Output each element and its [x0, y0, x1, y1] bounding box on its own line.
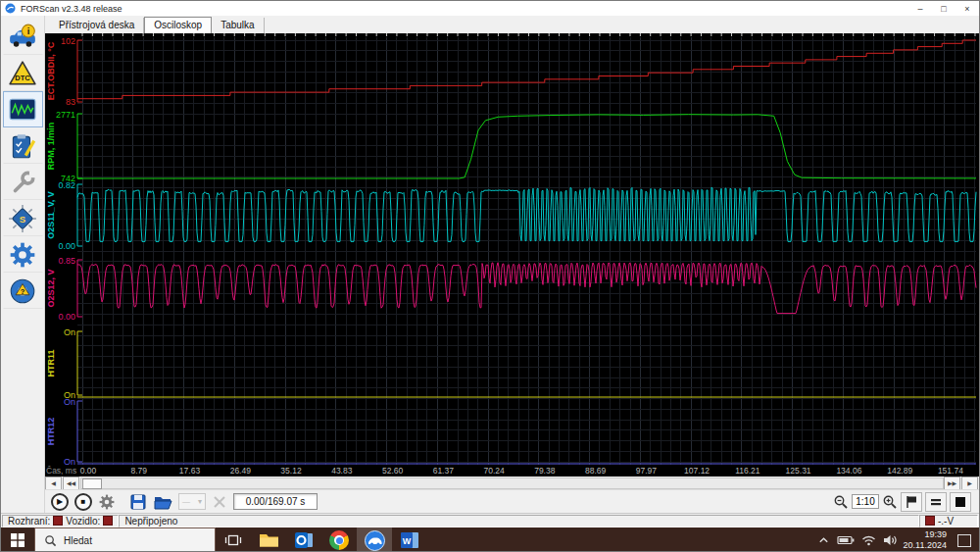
gear-icon — [8, 240, 37, 270]
zoom-controls: 1:10 — [833, 492, 979, 512]
stop-button[interactable]: ■ — [74, 493, 92, 511]
scale-max-ect: 102 — [61, 36, 75, 46]
car-info-icon: i — [8, 23, 37, 52]
clock-time: 19:39 — [924, 529, 947, 539]
taskbar-word[interactable]: W — [392, 527, 427, 552]
vehicle-label: Vozidlo: — [66, 516, 100, 527]
outlook-icon — [294, 530, 314, 550]
forscan-window: FORScan v2.3.48 release – □ × i DTC S — [0, 0, 980, 552]
x-tick-label: 116.21 — [735, 466, 760, 476]
zoom-in-button[interactable] — [882, 494, 898, 510]
channel-name-rpm: RPM, 1/min — [46, 123, 56, 171]
stop-icon: ■ — [81, 497, 86, 506]
cursor-voltage-value: -.-V — [938, 516, 954, 527]
taskbar-chrome[interactable] — [321, 527, 357, 552]
zoom-in-icon — [882, 494, 898, 510]
forscan-taskbar-icon — [365, 530, 385, 551]
flag-icon — [904, 494, 919, 510]
taskbar-outlook[interactable] — [286, 527, 321, 552]
x-tick-label: 107.12 — [684, 466, 710, 476]
folder-icon — [259, 531, 279, 549]
search-icon — [44, 534, 57, 547]
svg-text:W: W — [403, 536, 412, 546]
time-scrollbar: ◀ ◀◀ ▶▶ ▶ — [45, 477, 979, 489]
zoom-ratio-display: 1:10 — [852, 494, 879, 509]
scroll-thumb[interactable] — [82, 478, 102, 489]
time-position-display: 0.00/169.07 s — [233, 493, 318, 510]
help-wheel-icon: ? — [8, 276, 37, 306]
tray-chevron-up-icon[interactable] — [817, 534, 830, 546]
axis-bracket-htr12 — [77, 401, 82, 462]
sidebar-item-dtc[interactable]: DTC — [3, 55, 43, 91]
x-tick-label: 88.69 — [585, 466, 607, 476]
tab-osciloskop[interactable]: Osciloskop — [144, 17, 212, 33]
tab-tabulka[interactable]: Tabulka — [212, 18, 264, 33]
x-tick-label: 0.00 — [80, 466, 97, 476]
titlebar: FORScan v2.3.48 release – □ × — [1, 1, 979, 17]
scroll-far-right-button[interactable]: ▶▶ — [944, 477, 960, 490]
gear-small-icon — [98, 493, 116, 511]
x-tick-label: 35.12 — [280, 466, 302, 476]
marker-button[interactable] — [901, 492, 922, 512]
transport-toolbar: ▶ ■ —▾ 0.00/169.07 s 1:10 — [45, 489, 979, 513]
clear-x-icon — [212, 494, 227, 510]
zoom-out-icon — [833, 494, 849, 510]
minimize-button[interactable]: – — [908, 1, 932, 16]
scroll-far-left-button[interactable]: ◀◀ — [63, 477, 79, 490]
sidebar-item-vehicle-info[interactable]: i — [3, 19, 43, 55]
close-button[interactable]: × — [956, 1, 979, 16]
sidebar-item-oscilloscope[interactable] — [3, 91, 43, 127]
taskbar-forscan[interactable] — [357, 527, 392, 552]
open-button[interactable] — [153, 493, 172, 511]
taskbar-task-view[interactable] — [216, 527, 251, 552]
sidebar-item-programming[interactable]: S — [3, 200, 43, 236]
wrench-icon — [8, 168, 37, 197]
play-button[interactable]: ▶ — [51, 493, 69, 511]
x-tick-label: 26.49 — [230, 466, 252, 476]
svg-text:DTC: DTC — [15, 73, 30, 81]
interface-label: Rozhraní: — [8, 516, 50, 527]
interface-status-led — [53, 516, 63, 526]
clock-date: 20.11.2024 — [904, 540, 947, 550]
scroll-track[interactable] — [80, 477, 944, 489]
save-button[interactable] — [129, 493, 147, 511]
signal-select-dropdown[interactable]: —▾ — [178, 493, 206, 510]
window-title: FORScan v2.3.48 release — [21, 4, 122, 14]
sidebar-item-settings[interactable] — [3, 236, 43, 273]
x-tick-label: 79.38 — [534, 466, 556, 476]
tab-pristrojova-deska[interactable]: Přístrojová deska — [50, 18, 144, 33]
svg-text:?: ? — [21, 286, 25, 295]
notification-center-icon[interactable] — [957, 534, 971, 547]
taskbar-clock[interactable]: 19:39 20.11.2024 — [904, 529, 947, 552]
wifi-icon[interactable] — [861, 534, 876, 546]
cursor-lines-button[interactable] — [925, 492, 947, 512]
battery-icon[interactable] — [837, 534, 855, 546]
background-color-button[interactable] — [950, 492, 971, 512]
connection-state: Nepřipojeno — [119, 515, 919, 527]
trace-o2s12 — [77, 263, 976, 314]
svg-text:i: i — [27, 25, 30, 35]
scroll-left-button[interactable]: ◀ — [45, 477, 62, 490]
save-icon — [129, 493, 147, 511]
sidebar-item-help[interactable]: ? — [3, 273, 43, 309]
task-view-icon — [224, 531, 242, 549]
restore-button[interactable]: □ — [932, 1, 956, 16]
black-square-icon — [953, 494, 968, 510]
x-tick-label: 70.24 — [483, 466, 505, 476]
search-input[interactable]: Hledat — [34, 527, 216, 552]
record-settings-button[interactable] — [98, 493, 116, 511]
clear-button[interactable] — [212, 494, 227, 510]
sidebar-item-tests[interactable] — [3, 127, 43, 164]
tab-bar: Přístrojová deska Osciloskop Tabulka — [45, 16, 979, 33]
zoom-out-button[interactable] — [833, 494, 849, 510]
scroll-right-button[interactable]: ▶ — [961, 477, 978, 490]
speaker-icon[interactable] — [883, 534, 897, 546]
start-button[interactable] — [1, 527, 34, 552]
chip-icon: S — [8, 204, 37, 233]
cursor-voltage-led — [925, 516, 935, 526]
sidebar-item-service[interactable] — [3, 164, 43, 200]
vehicle-status-led — [103, 516, 113, 526]
oscilloscope-plot[interactable]: 10283ECT.OBDII, °C2771742RPM, 1/min0.820… — [45, 33, 980, 477]
scope-canvas: 10283ECT.OBDII, °C2771742RPM, 1/min0.820… — [45, 33, 980, 477]
taskbar-file-explorer[interactable] — [251, 527, 286, 552]
